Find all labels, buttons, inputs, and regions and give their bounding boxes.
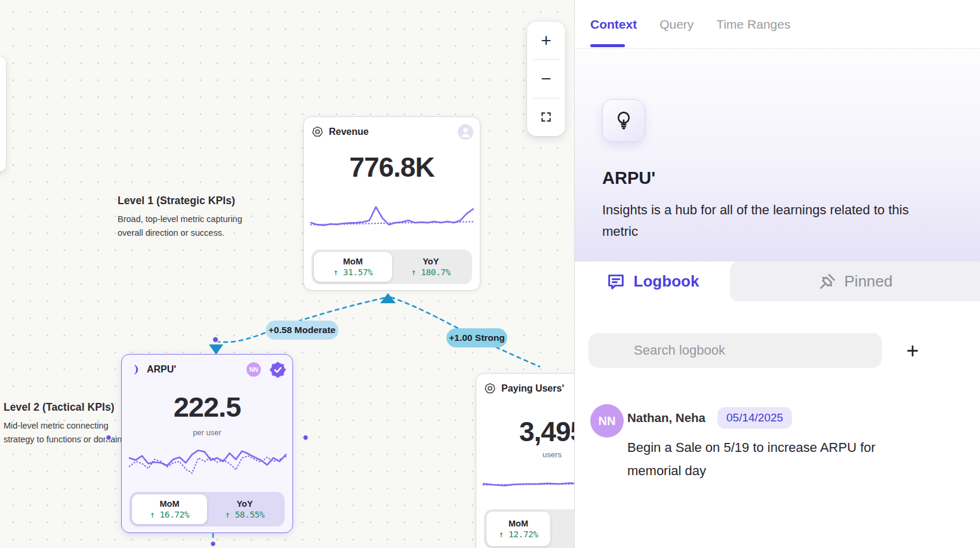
toggle-value: ↑ 16.72%	[150, 510, 189, 519]
collaborator-avatar[interactable]: NN	[246, 362, 261, 377]
subtab-logbook[interactable]: Logbook	[575, 261, 730, 301]
connector-handle-right[interactable]	[303, 435, 309, 441]
crescent-icon	[130, 364, 141, 375]
panel-tab-bar: Context Query Time Ranges	[575, 0, 980, 49]
logbook-search-row: +	[575, 321, 980, 381]
toggle-yoy[interactable]	[550, 512, 574, 546]
clipped-side-toolbar	[0, 57, 6, 171]
toggle-value: ↑ 31.57%	[333, 267, 372, 277]
level2-title: Level 2 (Tactical KPIs)	[4, 401, 127, 414]
level1-annotation: Level 1 (Strategic KPIs) Broad, top-leve…	[118, 195, 242, 240]
level1-desc-line2: overall direction or success.	[118, 228, 224, 238]
metric-unit: users	[483, 450, 574, 459]
level2-annotation: Level 2 (Tactical KPIs) Mid-level metric…	[4, 401, 127, 447]
tab-context[interactable]: Context	[590, 0, 637, 48]
app-window: +0.58 Moderate +1.00 Strong + − Level 1 …	[0, 0, 980, 548]
subtab-label: Logbook	[634, 272, 699, 291]
edge-label-strong[interactable]: +1.00 Strong	[446, 328, 507, 347]
period-toggle: MoM ↑ 16.72% YoY ↑ 58.55%	[130, 492, 285, 527]
verified-badge-icon	[270, 362, 286, 378]
subtab-label: Pinned	[845, 272, 893, 291]
logbook-pinned-tabs: Logbook Pinned	[575, 261, 980, 301]
entry-author-name: Nathan, Neha	[627, 411, 705, 425]
connector-handle-top[interactable]	[212, 337, 218, 343]
person-icon	[458, 124, 473, 140]
metric-card-revenue[interactable]: Revenue 776.8K MoM ↑ 31.57% YoY ↑ 180.7%	[303, 116, 480, 291]
sparkline-arpu	[130, 444, 286, 479]
tab-time-ranges[interactable]: Time Ranges	[716, 0, 790, 48]
metric-unit: per user	[122, 428, 292, 437]
level2-desc-line2: strategy to functions or domains	[4, 435, 127, 444]
metric-badge-icon	[484, 383, 496, 395]
toggle-mom[interactable]: MoM ↑ 16.72%	[132, 494, 207, 524]
period-toggle: MoM ↑ 12.72%	[484, 509, 574, 548]
sparkline-paying-users	[483, 464, 574, 495]
entry-date-badge[interactable]: 05/14/2025	[717, 407, 792, 429]
toggle-value: ↑ 12.72%	[499, 529, 538, 539]
toggle-label: MoM	[509, 519, 528, 528]
card-title: ARPU'	[147, 364, 176, 375]
card-title: Paying Users'	[501, 383, 564, 394]
insights-tile	[602, 99, 645, 142]
context-side-panel: Context Query Time Ranges ARPU' Insights…	[574, 0, 980, 548]
entry-author-avatar: NN	[590, 404, 624, 438]
toggle-label: MoM	[343, 257, 363, 266]
metric-value: 776.8K	[304, 151, 480, 183]
card-title: Revenue	[329, 127, 369, 137]
sparkline-revenue	[311, 202, 473, 235]
arrow-into-revenue-icon	[380, 293, 396, 303]
logbook-chat-icon	[606, 272, 626, 292]
fullscreen-icon	[540, 111, 552, 123]
entry-note-text: Begin a Sale on 5/19 to increase ARPU fo…	[627, 436, 896, 482]
period-toggle: MoM ↑ 31.57% YoY ↑ 180.7%	[312, 250, 472, 284]
lightbulb-icon	[612, 109, 635, 132]
edge-label-moderate[interactable]: +0.58 Moderate	[266, 321, 338, 340]
toggle-label: YoY	[236, 499, 252, 509]
add-log-entry-button[interactable]: +	[899, 337, 926, 365]
toggle-mom[interactable]: MoM ↑ 31.57%	[314, 252, 392, 282]
metric-description: Insights is a hub for all of the learnin…	[602, 199, 927, 242]
toggle-yoy[interactable]: YoY ↑ 180.7%	[392, 252, 470, 282]
level1-title: Level 1 (Strategic KPIs)	[118, 195, 242, 207]
metric-card-arpu[interactable]: ARPU' NN 222.5 per user MoM ↑ 16.72% YoY	[121, 354, 293, 533]
toggle-label: YoY	[423, 257, 439, 266]
zoom-out-button[interactable]: −	[527, 60, 565, 97]
active-tab-indicator	[590, 44, 625, 47]
toggle-mom[interactable]: MoM ↑ 12.72%	[486, 512, 550, 546]
metric-card-paying-users[interactable]: Paying Users' 3,495 users MoM ↑ 12.72%	[476, 373, 574, 548]
zoom-in-button[interactable]: +	[527, 21, 565, 59]
toggle-value: ↑ 58.55%	[225, 510, 264, 519]
subtab-pinned[interactable]: Pinned	[730, 261, 980, 301]
tab-query[interactable]: Query	[660, 0, 694, 48]
toggle-label: MoM	[159, 499, 179, 509]
pin-icon	[818, 272, 837, 291]
level2-desc-line1: Mid-level metric connecting	[4, 421, 109, 430]
metric-name-heading: ARPU'	[602, 168, 655, 188]
metric-hero-section: ARPU' Insights is a hub for all of the l…	[575, 49, 980, 261]
metric-value: 222.5	[122, 390, 292, 423]
metric-value: 3,495	[483, 415, 574, 448]
connector-handle-bottom[interactable]	[211, 541, 216, 547]
metric-tree-canvas[interactable]: +0.58 Moderate +1.00 Strong + − Level 1 …	[0, 0, 574, 548]
owner-avatar-icon[interactable]	[458, 124, 473, 140]
zoom-toolbar: + −	[527, 21, 565, 136]
level1-desc-line1: Broad, top-level metric capturing	[118, 214, 242, 224]
metric-badge-icon	[312, 126, 323, 138]
arrow-into-arpu-icon	[209, 344, 223, 355]
fit-view-button[interactable]	[527, 98, 565, 136]
toggle-yoy[interactable]: YoY ↑ 58.55%	[207, 494, 282, 524]
toggle-value: ↑ 180.7%	[411, 267, 451, 277]
logbook-search-input[interactable]	[588, 333, 882, 368]
